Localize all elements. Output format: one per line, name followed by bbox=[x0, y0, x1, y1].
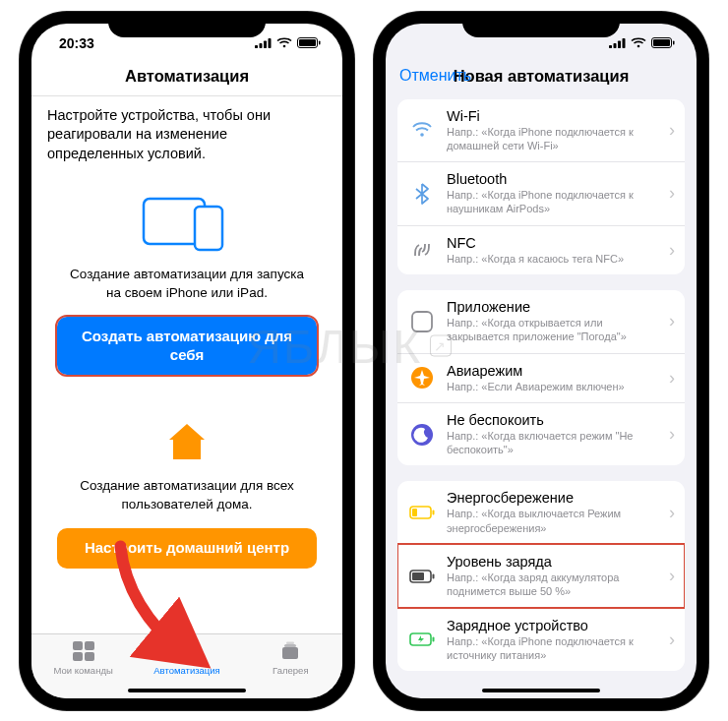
chevron-right-icon: › bbox=[669, 120, 675, 141]
svg-rect-19 bbox=[614, 43, 617, 48]
lowpower-icon bbox=[409, 500, 435, 525]
card-personal: Создание автоматизации для запуска на св… bbox=[43, 177, 331, 391]
chevron-right-icon: › bbox=[669, 183, 675, 204]
svg-rect-18 bbox=[609, 45, 612, 48]
row-title: Энергосбережение bbox=[447, 490, 657, 506]
row-title: Авиарежим bbox=[447, 363, 657, 379]
svg-rect-1 bbox=[260, 43, 263, 48]
svg-rect-2 bbox=[264, 40, 267, 48]
tab-my-shortcuts[interactable]: Мои команды bbox=[44, 640, 123, 676]
trigger-row-dnd[interactable]: Не беспокоитьНапр.: «Когда включается ре… bbox=[397, 402, 685, 466]
bluetooth-icon bbox=[409, 181, 435, 207]
wifi-icon bbox=[631, 35, 646, 51]
svg-rect-24 bbox=[653, 39, 670, 46]
trigger-row-airplane[interactable]: АвиарежимНапр.: «Если Авиарежим включен»… bbox=[397, 353, 685, 402]
row-subtitle: Напр.: «Когда я касаюсь тега NFC» bbox=[447, 252, 657, 266]
row-subtitle: Напр.: «Когда включается режим "Не беспо… bbox=[447, 429, 657, 457]
row-title: NFC bbox=[447, 235, 657, 251]
nav-bar: Отменить Новая автоматизация bbox=[386, 63, 697, 95]
tab-label: Мои команды bbox=[54, 665, 113, 676]
row-subtitle: Напр.: «Когда заряд аккумулятора подниме… bbox=[447, 571, 657, 599]
home-illustration bbox=[57, 420, 317, 463]
row-subtitle: Напр.: «Когда iPhone подключается к дома… bbox=[447, 125, 657, 153]
row-subtitle: Напр.: «Когда iPhone подключается к науш… bbox=[447, 188, 657, 216]
charger-icon bbox=[409, 627, 435, 652]
svg-rect-7 bbox=[319, 40, 321, 44]
wifi-icon bbox=[409, 117, 435, 143]
row-title: Зарядное устройство bbox=[447, 618, 657, 633]
svg-point-14 bbox=[177, 641, 197, 661]
cellular-icon bbox=[255, 35, 272, 51]
chevron-right-icon: › bbox=[669, 630, 675, 650]
dnd-icon bbox=[409, 422, 435, 448]
trigger-row-charger[interactable]: Зарядное устройствоНапр.: «Когда iPhone … bbox=[397, 608, 685, 672]
svg-rect-0 bbox=[255, 45, 258, 48]
cellular-icon bbox=[609, 35, 626, 51]
cancel-button[interactable]: Отменить bbox=[399, 67, 471, 85]
chevron-right-icon: › bbox=[669, 240, 675, 261]
chevron-right-icon: › bbox=[669, 368, 675, 389]
phone-right: Отменить Новая автоматизация Wi-FiНапр.:… bbox=[374, 12, 708, 710]
svg-rect-9 bbox=[195, 207, 222, 250]
tab-automation[interactable]: Автоматизация bbox=[148, 640, 226, 676]
svg-point-4 bbox=[283, 44, 286, 47]
intro-text: Настройте устройства, чтобы они реагиров… bbox=[43, 102, 331, 178]
svg-rect-20 bbox=[618, 40, 621, 48]
wifi-icon bbox=[276, 35, 292, 51]
chevron-right-icon: › bbox=[669, 311, 675, 331]
svg-rect-31 bbox=[412, 509, 417, 516]
svg-rect-17 bbox=[286, 641, 294, 644]
svg-rect-6 bbox=[299, 39, 316, 46]
svg-rect-32 bbox=[433, 511, 435, 515]
trigger-row-lowpower[interactable]: ЭнергосбережениеНапр.: «Когда выключаетс… bbox=[397, 481, 685, 544]
trigger-row-wifi[interactable]: Wi-FiНапр.: «Когда iPhone подключается к… bbox=[397, 99, 685, 162]
phone-left: 20:33 Автоматизация Настройте устройства… bbox=[20, 12, 354, 710]
svg-rect-12 bbox=[73, 652, 83, 661]
status-time: 20:33 bbox=[59, 35, 94, 51]
trigger-row-nfc[interactable]: NFCНапр.: «Когда я касаюсь тега NFC»› bbox=[397, 225, 685, 274]
svg-rect-27 bbox=[412, 312, 432, 331]
trigger-row-battery[interactable]: Уровень зарядаНапр.: «Когда заряд аккуму… bbox=[397, 544, 685, 608]
airplane-icon bbox=[409, 365, 435, 391]
row-title: Не беспокоить bbox=[447, 412, 657, 428]
nav-title: Новая автоматизация bbox=[454, 67, 630, 86]
gallery-icon bbox=[278, 640, 302, 662]
settings-group: ПриложениеНапр.: «Когда открывается или … bbox=[397, 290, 685, 465]
row-subtitle: Напр.: «Когда выключается Режим энергосб… bbox=[447, 507, 657, 535]
nav-bar: Автоматизация bbox=[31, 63, 342, 96]
trigger-row-app[interactable]: ПриложениеНапр.: «Когда открывается или … bbox=[397, 290, 685, 353]
automation-icon bbox=[175, 640, 199, 662]
row-title: Приложение bbox=[447, 299, 657, 315]
chevron-right-icon: › bbox=[669, 503, 675, 523]
setup-home-hub-button[interactable]: Настроить домашний центр bbox=[57, 528, 317, 569]
tab-gallery[interactable]: Галерея bbox=[251, 640, 330, 676]
svg-rect-35 bbox=[433, 573, 435, 578]
home-indicator bbox=[482, 689, 600, 692]
svg-rect-15 bbox=[282, 647, 298, 659]
nfc-icon bbox=[409, 237, 435, 263]
settings-group: Wi-FiНапр.: «Когда iPhone подключается к… bbox=[397, 99, 685, 274]
battery-icon bbox=[297, 35, 321, 51]
svg-point-26 bbox=[420, 133, 424, 137]
tab-label: Галерея bbox=[273, 665, 308, 676]
svg-rect-11 bbox=[85, 641, 94, 650]
svg-rect-34 bbox=[412, 572, 424, 580]
svg-rect-21 bbox=[623, 38, 626, 48]
card-home: Создание автоматизации для всех пользова… bbox=[43, 404, 331, 584]
trigger-row-bluetooth[interactable]: BluetoothНапр.: «Когда iPhone подключает… bbox=[397, 161, 685, 225]
card-home-text: Создание автоматизации для всех пользова… bbox=[57, 477, 317, 514]
chevron-right-icon: › bbox=[669, 424, 675, 445]
svg-rect-16 bbox=[284, 644, 296, 647]
create-personal-automation-button[interactable]: Создать автоматизацию для себя bbox=[57, 317, 317, 376]
chevron-right-icon: › bbox=[669, 566, 675, 586]
nav-title: Автоматизация bbox=[125, 67, 249, 86]
svg-rect-37 bbox=[433, 637, 435, 642]
row-subtitle: Напр.: «Когда iPhone подключается к исто… bbox=[447, 634, 657, 663]
svg-rect-3 bbox=[269, 38, 272, 48]
battery-icon bbox=[409, 564, 435, 589]
svg-rect-13 bbox=[85, 652, 94, 661]
shortcuts-icon bbox=[72, 640, 95, 662]
row-subtitle: Напр.: «Если Авиарежим включен» bbox=[447, 380, 657, 393]
svg-rect-25 bbox=[673, 40, 675, 44]
row-subtitle: Напр.: «Когда открывается или закрываетс… bbox=[447, 316, 657, 344]
